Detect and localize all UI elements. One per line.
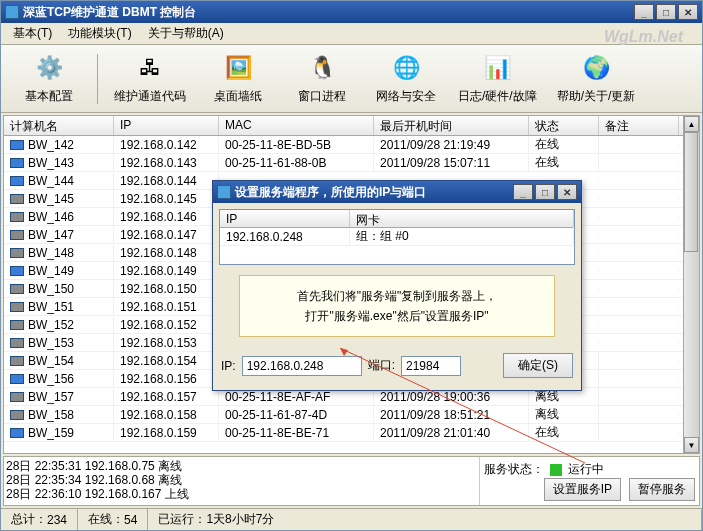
help-about-button[interactable]: 🌍帮助/关于/更新 [549, 49, 644, 109]
col-name[interactable]: 计算机名 [4, 116, 114, 135]
cell-mac: 00-25-11-8E-BE-71 [219, 425, 374, 441]
scroll-thumb[interactable] [684, 132, 698, 252]
ip-list-row[interactable]: 192.168.0.248 组：组 #0 [220, 228, 574, 246]
cell-remark [599, 378, 679, 380]
ok-button[interactable]: 确定(S) [503, 353, 573, 378]
cell-ip: 192.168.0.159 [114, 425, 219, 441]
net-sec-label: 网络与安全 [376, 88, 436, 105]
computer-icon [10, 428, 24, 438]
port-input[interactable] [401, 356, 461, 376]
cell-ip: 192.168.0.143 [114, 155, 219, 171]
cell-name: BW_146 [4, 209, 114, 225]
window-icon: 🐧 [306, 53, 338, 84]
col-ip[interactable]: IP [114, 116, 219, 135]
cell-remark [599, 396, 679, 398]
cell-name: BW_152 [4, 317, 114, 333]
wallpaper-button[interactable]: 🖼️桌面墙纸 [198, 49, 278, 109]
table-row[interactable]: BW_159192.168.0.15900-25-11-8E-BE-712011… [4, 424, 683, 442]
scroll-down-arrow[interactable]: ▼ [684, 437, 699, 453]
col-mac[interactable]: MAC [219, 116, 374, 135]
ip-input[interactable] [242, 356, 362, 376]
dialog-close-button[interactable]: ✕ [557, 184, 577, 200]
menu-basic[interactable]: 基本(T) [5, 23, 60, 44]
net-sec-button[interactable]: 🌐网络与安全 [366, 49, 446, 109]
ip-col-nic[interactable]: 网卡 [350, 210, 574, 227]
cell-name: BW_156 [4, 371, 114, 387]
cell-mac: 00-25-11-61-88-0B [219, 155, 374, 171]
computer-icon [10, 158, 24, 168]
status-online: 在线：54 [78, 509, 148, 530]
col-status[interactable]: 状态 [529, 116, 599, 135]
dialog-minimize-button[interactable]: _ [513, 184, 533, 200]
cell-ip: 192.168.0.146 [114, 209, 219, 225]
vertical-scrollbar[interactable]: ▲ ▼ [683, 116, 699, 453]
log-side-panel: 服务状态： 运行中 设置服务IP 暂停服务 [479, 457, 699, 505]
computer-icon [10, 302, 24, 312]
computer-icon [10, 266, 24, 276]
table-row[interactable]: BW_158192.168.0.15800-25-11-61-87-4D2011… [4, 406, 683, 424]
cell-name: BW_145 [4, 191, 114, 207]
table-row[interactable]: BW_143192.168.0.14300-25-11-61-88-0B2011… [4, 154, 683, 172]
cell-status: 在线 [529, 153, 599, 172]
cell-ip: 192.168.0.150 [114, 281, 219, 297]
maximize-button[interactable]: □ [656, 4, 676, 20]
status-uptime: 已运行：1天8小时7分 [148, 509, 702, 530]
log-hw-button[interactable]: 📊日志/硬件/故障 [450, 49, 545, 109]
cell-remark [599, 324, 679, 326]
ip-port-dialog: 设置服务端程序，所使用的IP与端口 _ □ ✕ IP 网卡 192.168.0.… [212, 180, 582, 391]
basic-config-button[interactable]: ⚙️基本配置 [9, 49, 89, 109]
menu-modules[interactable]: 功能模块(T) [60, 23, 139, 44]
scroll-up-arrow[interactable]: ▲ [684, 116, 699, 132]
table-row[interactable]: BW_142192.168.0.14200-25-11-8E-BD-5B2011… [4, 136, 683, 154]
shield-icon: 🌐 [390, 53, 422, 84]
toolbar: ⚙️基本配置 🖧维护通道代码 🖼️桌面墙纸 🐧窗口进程 🌐网络与安全 📊日志/硬… [1, 45, 702, 113]
cell-ip: 192.168.0.145 [114, 191, 219, 207]
cell-ip: 192.168.0.151 [114, 299, 219, 315]
dialog-titlebar[interactable]: 设置服务端程序，所使用的IP与端口 _ □ ✕ [213, 181, 581, 203]
dialog-title: 设置服务端程序，所使用的IP与端口 [235, 184, 513, 201]
cell-remark [599, 180, 679, 182]
ip-list[interactable]: IP 网卡 192.168.0.248 组：组 #0 [219, 209, 575, 265]
cell-remark [599, 288, 679, 290]
computer-icon [10, 248, 24, 258]
gear-icon: ⚙️ [33, 53, 65, 84]
cell-ip: 192.168.0.158 [114, 407, 219, 423]
ip-col-ip[interactable]: IP [220, 210, 350, 227]
computer-icon [10, 194, 24, 204]
port-input-label: 端口: [368, 357, 395, 374]
cell-remark [599, 198, 679, 200]
col-lastboot[interactable]: 最后开机时间 [374, 116, 529, 135]
computer-icon [10, 320, 24, 330]
window-proc-button[interactable]: 🐧窗口进程 [282, 49, 362, 109]
set-service-ip-button[interactable]: 设置服务IP [544, 478, 621, 501]
cell-remark [599, 414, 679, 416]
close-button[interactable]: ✕ [678, 4, 698, 20]
cell-name: BW_144 [4, 173, 114, 189]
cell-ip: 192.168.0.157 [114, 389, 219, 405]
minimize-button[interactable]: _ [634, 4, 654, 20]
menu-help[interactable]: 关于与帮助(A) [140, 23, 232, 44]
channel-code-button[interactable]: 🖧维护通道代码 [106, 49, 194, 109]
hint-line: 打开"服务端.exe"然后"设置服务IP" [254, 306, 540, 326]
col-remark[interactable]: 备注 [599, 116, 679, 135]
cell-name: BW_147 [4, 227, 114, 243]
cell-name: BW_157 [4, 389, 114, 405]
cell-name: BW_150 [4, 281, 114, 297]
cell-name: BW_143 [4, 155, 114, 171]
chart-icon: 📊 [481, 53, 513, 84]
nic-cell: 组：组 #0 [350, 227, 574, 246]
pause-service-button[interactable]: 暂停服务 [629, 478, 695, 501]
table-header: 计算机名 IP MAC 最后开机时间 状态 备注 [4, 116, 683, 136]
computer-icon [10, 176, 24, 186]
cell-remark [599, 162, 679, 164]
cell-mac: 00-25-11-61-87-4D [219, 407, 374, 423]
window-title: 深蓝TCP维护通道 DBMT 控制台 [23, 4, 634, 21]
status-dot-icon [550, 464, 562, 476]
computer-icon [10, 392, 24, 402]
cell-remark [599, 360, 679, 362]
hint-box: 首先我们将"服务端"复制到服务器上， 打开"服务端.exe"然后"设置服务IP" [239, 275, 555, 337]
cell-mac: 00-25-11-8E-BD-5B [219, 137, 374, 153]
dialog-maximize-button[interactable]: □ [535, 184, 555, 200]
computer-icon [10, 212, 24, 222]
cell-name: BW_159 [4, 425, 114, 441]
